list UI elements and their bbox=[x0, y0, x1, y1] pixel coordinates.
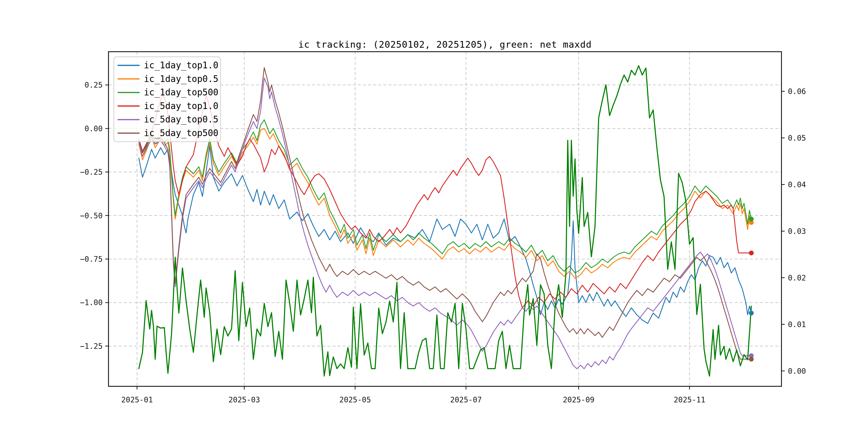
end-marker-ic-5day-top1-0 bbox=[749, 250, 754, 255]
y-axis-right-tick-label: 0.03 bbox=[788, 227, 806, 236]
y-axis-left-tick-label: −0.50 bbox=[80, 211, 103, 220]
x-axis-tick-label: 2025-09 bbox=[563, 396, 594, 404]
y-axis-right-tick-label: 0.01 bbox=[788, 320, 806, 329]
legend-label: ic_1day_top1.0 bbox=[144, 60, 218, 71]
y-axis-left-tick-label: 0.00 bbox=[85, 124, 103, 133]
legend-label: ic_1day_top500 bbox=[144, 87, 218, 98]
x-axis-tick-label: 2025-05 bbox=[339, 396, 371, 404]
y-axis-right-tick-label: 0.05 bbox=[788, 134, 806, 143]
x-axis-tick-label: 2025-03 bbox=[228, 396, 260, 404]
y-axis-right-tick-label: 0.00 bbox=[788, 367, 806, 376]
end-marker-ic-1day-top500 bbox=[749, 217, 754, 222]
series-line-net-maxdd bbox=[139, 66, 751, 376]
figure: 0.250.00−0.25−0.50−0.75−1.00−1.250.060.0… bbox=[0, 0, 868, 434]
y-axis-right-tick-label: 0.04 bbox=[788, 180, 806, 189]
y-axis-left-tick-label: −1.00 bbox=[80, 298, 103, 307]
y-axis-left-tick-label: −0.25 bbox=[80, 168, 103, 177]
legend-label: ic_5day_top500 bbox=[144, 128, 218, 138]
series-line-ic-5day-top0-5 bbox=[139, 78, 751, 369]
chart-title: ic tracking: (20250102, 20251205), green… bbox=[299, 39, 592, 50]
series-end-markers bbox=[749, 217, 754, 362]
chart-canvas: 0.250.00−0.25−0.50−0.75−1.00−1.250.060.0… bbox=[0, 0, 868, 434]
y-axis-left-tick-label: 0.25 bbox=[85, 81, 103, 90]
legend-label: ic_5day_top1.0 bbox=[144, 101, 218, 112]
series-line-ic-1day-top0-5 bbox=[139, 129, 751, 278]
series-line-ic-1day-top500 bbox=[139, 120, 751, 273]
legend: ic_1day_top1.0ic_1day_top0.5ic_1day_top5… bbox=[114, 57, 220, 142]
end-marker-ic-5day-top500 bbox=[749, 357, 754, 362]
x-axis-tick-label: 2025-01 bbox=[121, 396, 153, 404]
y-axis-left-tick-label: −1.25 bbox=[80, 342, 103, 351]
end-marker-ic-1day-top1-0 bbox=[749, 310, 754, 315]
y-axis-left-tick-label: −0.75 bbox=[80, 255, 103, 264]
y-axis-right-tick-label: 0.06 bbox=[788, 87, 806, 96]
x-axis-tick-label: 2025-11 bbox=[674, 396, 705, 404]
series-line-ic-5day-top1-0 bbox=[139, 94, 751, 308]
series-lines bbox=[139, 66, 751, 376]
legend-label: ic_5day_top0.5 bbox=[144, 114, 218, 125]
x-axis-tick-label: 2025-07 bbox=[450, 396, 482, 404]
y-axis-right-tick-label: 0.02 bbox=[788, 274, 806, 282]
legend-label: ic_1day_top0.5 bbox=[144, 74, 218, 84]
